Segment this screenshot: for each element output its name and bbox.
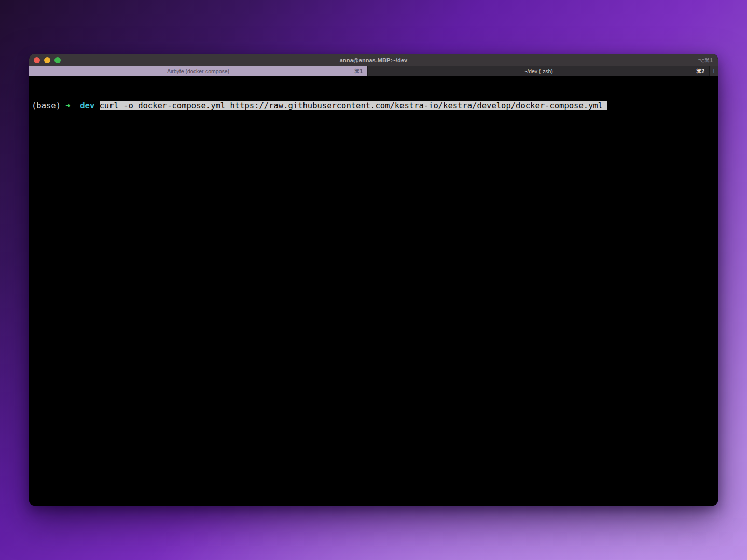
new-tab-button[interactable]: +: [709, 66, 718, 76]
window-title: anna@annas-MBP:~/dev: [340, 57, 407, 63]
terminal-window: anna@annas-MBP:~/dev ⌥⌘1 Airbyte (docker…: [29, 54, 718, 506]
conda-env-label: (base): [32, 101, 61, 110]
traffic-lights: [34, 54, 61, 66]
current-directory-label: dev: [80, 101, 94, 110]
plus-icon: +: [712, 68, 715, 74]
tab-shortcut-hint: ⌘2: [696, 68, 704, 74]
desktop-background: anna@annas-MBP:~/dev ⌥⌘1 Airbyte (docker…: [0, 0, 747, 560]
tab-shortcut-hint: ⌘1: [354, 68, 363, 74]
tab-airbyte-docker-compose[interactable]: Airbyte (docker-compose) ⌘1: [29, 66, 367, 76]
minimize-button[interactable]: [44, 57, 50, 63]
terminal-content-area[interactable]: (base)➜devcurl -o docker-compose.yml htt…: [29, 76, 718, 506]
window-titlebar[interactable]: anna@annas-MBP:~/dev ⌥⌘1: [29, 54, 718, 66]
tab-label: ~/dev (-zsh): [524, 68, 553, 74]
window-shortcut-hint: ⌥⌘1: [698, 57, 713, 63]
tab-label: Airbyte (docker-compose): [167, 68, 229, 74]
highlighted-command-text[interactable]: curl -o docker-compose.yml https://raw.g…: [100, 101, 608, 110]
tab-bar: Airbyte (docker-compose) ⌘1 ~/dev (-zsh)…: [29, 66, 718, 76]
prompt-arrow-icon: ➜: [65, 101, 70, 110]
zoom-button[interactable]: [54, 57, 61, 63]
prompt-line: (base)➜devcurl -o docker-compose.yml htt…: [32, 100, 716, 111]
tab-dev-zsh[interactable]: ~/dev (-zsh) ⌘2: [367, 66, 709, 76]
close-button[interactable]: [34, 57, 40, 63]
